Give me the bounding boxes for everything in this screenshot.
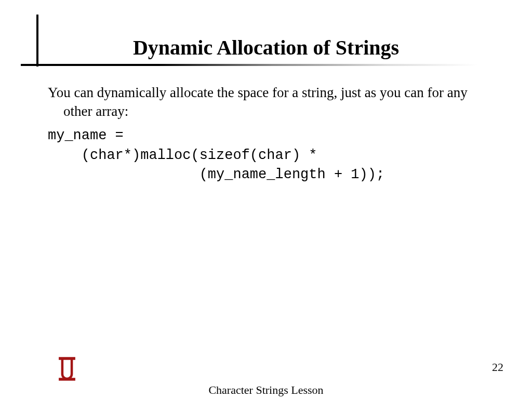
footer-lesson: Character Strings Lesson [0, 383, 532, 397]
body-paragraph: You can dynamically allocate the space f… [48, 83, 484, 121]
slide-body: You can dynamically allocate the space f… [48, 83, 484, 185]
footer-center: Character Strings Lesson CS1313 Spring 2… [0, 383, 532, 399]
slide-title: Dynamic Allocation of Strings [0, 35, 532, 60]
code-block: my_name = (char*)malloc(sizeof(char) * (… [48, 126, 484, 185]
footer-course: CS1313 Spring 2024 [0, 397, 532, 399]
ou-logo-icon [55, 356, 79, 382]
slide: Dynamic Allocation of Strings You can dy… [0, 0, 532, 399]
page-number: 22 [492, 361, 503, 374]
horizontal-divider [21, 64, 478, 66]
